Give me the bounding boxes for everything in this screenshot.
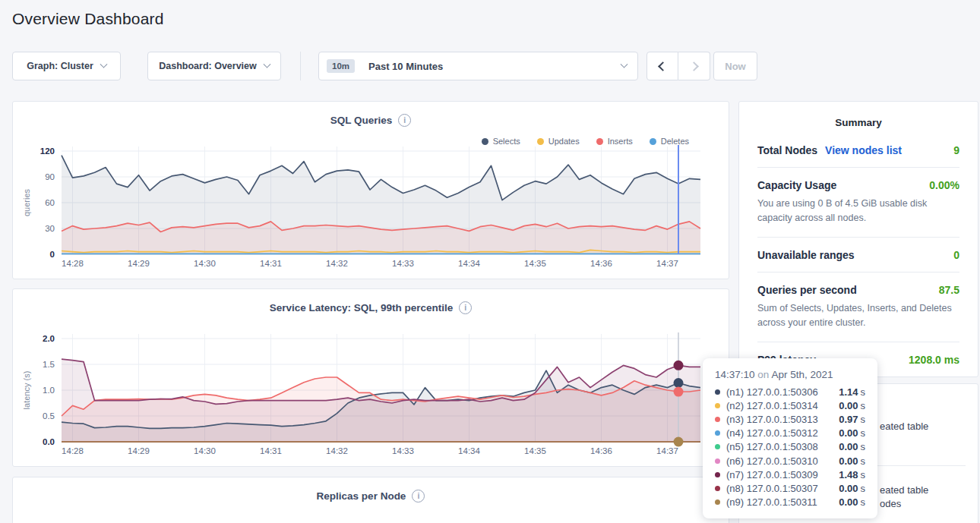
tooltip-node-row: (n1) 127.0.0.1:503061.14s xyxy=(715,385,865,399)
svg-text:14:29: 14:29 xyxy=(128,446,150,455)
summary-row: Unavailable ranges0 xyxy=(757,238,959,273)
svg-text:14:35: 14:35 xyxy=(524,446,546,455)
tooltip-node-row: (n3) 127.0.0.1:503130.97s xyxy=(715,412,865,426)
time-range-dropdown[interactable]: 10m Past 10 Minutes xyxy=(318,52,638,80)
svg-text:90: 90 xyxy=(45,172,55,181)
svg-text:14:30: 14:30 xyxy=(194,446,216,455)
tooltip-node-row: (n6) 127.0.0.1:503100.00s xyxy=(715,454,865,468)
svg-text:1.0: 1.0 xyxy=(43,386,55,395)
node-address: (n5) 127.0.0.1:50308 xyxy=(726,441,833,452)
controls-divider xyxy=(300,52,301,80)
node-latency-unit: s xyxy=(858,483,866,494)
node-address: (n1) 127.0.0.1:50306 xyxy=(726,386,833,398)
summary-row-label: Queries per second xyxy=(757,284,857,296)
event-text-fragment: eated table xyxy=(880,421,928,432)
node-color-dot xyxy=(715,472,720,477)
time-range-label: Past 10 Minutes xyxy=(362,61,614,72)
summary-title: Summary xyxy=(739,102,978,133)
summary-row-head: Capacity Usage0.00% xyxy=(757,179,959,191)
node-color-dot xyxy=(715,444,720,449)
summary-row-label: Unavailable ranges xyxy=(757,249,855,261)
tooltip-timestamp: 14:37:10 on Apr 5th, 2021 xyxy=(715,369,865,380)
chevron-left-icon xyxy=(658,61,668,71)
node-latency-unit: s xyxy=(858,386,866,398)
node-latency-unit: s xyxy=(858,455,866,467)
page-title: Overview Dashboard xyxy=(12,10,164,28)
summary-row-head: Queries per second87.5 xyxy=(757,284,959,296)
node-latency-unit: s xyxy=(858,496,866,508)
service-latency-panel: Service Latency: SQL, 99th percentilei 1… xyxy=(12,288,729,467)
node-latency-unit: s xyxy=(858,469,866,480)
summary-panel: Summary Total NodesView nodes list9Capac… xyxy=(738,101,978,377)
svg-text:14:28: 14:28 xyxy=(62,446,84,455)
graph-dropdown-label: Graph: Cluster xyxy=(27,61,93,71)
node-color-dot xyxy=(715,417,720,422)
svg-text:14:37: 14:37 xyxy=(656,259,678,268)
node-latency-value: 0.00s xyxy=(839,496,865,508)
tooltip-node-row: (n2) 127.0.0.1:503140.00s xyxy=(715,399,865,412)
summary-row-value: 0 xyxy=(953,249,959,261)
svg-text:14:32: 14:32 xyxy=(326,259,348,268)
node-color-dot xyxy=(715,458,720,464)
sql-queries-chart[interactable]: 14:2814:2914:3014:3114:3214:3314:3414:35… xyxy=(13,143,730,273)
svg-text:60: 60 xyxy=(45,198,55,207)
svg-text:14:33: 14:33 xyxy=(392,446,414,455)
dashboard-dropdown-label: Dashboard: Overview xyxy=(159,61,257,71)
svg-text:14:31: 14:31 xyxy=(260,259,282,268)
svg-text:latency (s): latency (s) xyxy=(22,371,31,410)
replicas-per-node-title: Replicas per Node xyxy=(317,490,406,502)
tooltip-node-row: (n8) 127.0.0.1:503070.00s xyxy=(715,481,865,495)
svg-text:14:28: 14:28 xyxy=(62,259,84,268)
event-text-fragment: eated table xyxy=(880,484,928,496)
svg-text:0.0: 0.0 xyxy=(43,437,55,446)
node-address: (n9) 127.0.0.1:50311 xyxy=(726,496,833,508)
svg-text:14:30: 14:30 xyxy=(194,259,216,268)
node-address: (n4) 127.0.0.1:50312 xyxy=(726,427,833,439)
event-text-fragment: odes xyxy=(880,498,901,509)
summary-row-value: 87.5 xyxy=(939,284,959,296)
node-latency-value: 1.48s xyxy=(839,469,865,480)
node-address: (n7) 127.0.0.1:50309 xyxy=(726,469,833,480)
summary-row-label: Total Nodes xyxy=(757,144,817,156)
view-nodes-list-link[interactable]: View nodes list xyxy=(825,144,902,156)
svg-text:2.0: 2.0 xyxy=(43,334,55,343)
summary-row-label: Capacity Usage xyxy=(757,179,836,191)
node-color-dot xyxy=(715,430,720,436)
node-latency-unit: s xyxy=(858,441,866,452)
time-range-badge: 10m xyxy=(327,59,355,73)
summary-row-description: Sum of Selects, Updates, Inserts, and De… xyxy=(757,301,959,331)
sql-queries-panel: SQL Queriesi SelectsUpdatesInsertsDelete… xyxy=(12,101,729,279)
graph-dropdown[interactable]: Graph: Cluster xyxy=(12,52,121,80)
info-icon[interactable]: i xyxy=(459,301,472,314)
summary-row: Capacity Usage0.00%You are using 0 B of … xyxy=(757,168,959,238)
info-icon[interactable]: i xyxy=(412,490,425,503)
node-latency-value: 0.00s xyxy=(839,483,865,494)
svg-text:14:37: 14:37 xyxy=(656,446,678,455)
service-latency-chart[interactable]: 14:2814:2914:3014:3114:3214:3314:3414:35… xyxy=(13,331,730,460)
chevron-down-icon xyxy=(621,60,628,68)
info-icon[interactable]: i xyxy=(398,114,411,127)
time-back-button[interactable] xyxy=(646,52,678,80)
node-address: (n8) 127.0.0.1:50307 xyxy=(726,483,833,494)
tooltip-node-row: (n9) 127.0.0.1:503110.00s xyxy=(715,496,865,509)
svg-text:14:34: 14:34 xyxy=(458,446,480,455)
now-button[interactable]: Now xyxy=(713,52,757,80)
sql-queries-title: SQL Queries xyxy=(330,115,393,126)
node-address: (n3) 127.0.0.1:50313 xyxy=(726,414,833,425)
svg-text:0: 0 xyxy=(50,250,55,259)
node-latency-value: 0.00s xyxy=(839,400,865,411)
svg-text:14:34: 14:34 xyxy=(458,259,480,268)
chevron-right-icon xyxy=(689,61,699,71)
svg-text:14:29: 14:29 xyxy=(128,259,150,268)
time-pager xyxy=(646,52,710,80)
node-color-dot xyxy=(715,389,720,395)
svg-text:14:33: 14:33 xyxy=(392,259,414,268)
node-latency-value: 0.00s xyxy=(839,427,865,439)
dashboard-dropdown[interactable]: Dashboard: Overview xyxy=(147,52,281,80)
svg-text:14:36: 14:36 xyxy=(590,259,612,268)
node-color-dot xyxy=(715,486,720,491)
node-latency-unit: s xyxy=(858,414,866,425)
time-forward-button[interactable] xyxy=(678,52,710,80)
svg-text:14:31: 14:31 xyxy=(260,446,282,455)
summary-row: Total NodesView nodes list9 xyxy=(757,133,959,168)
